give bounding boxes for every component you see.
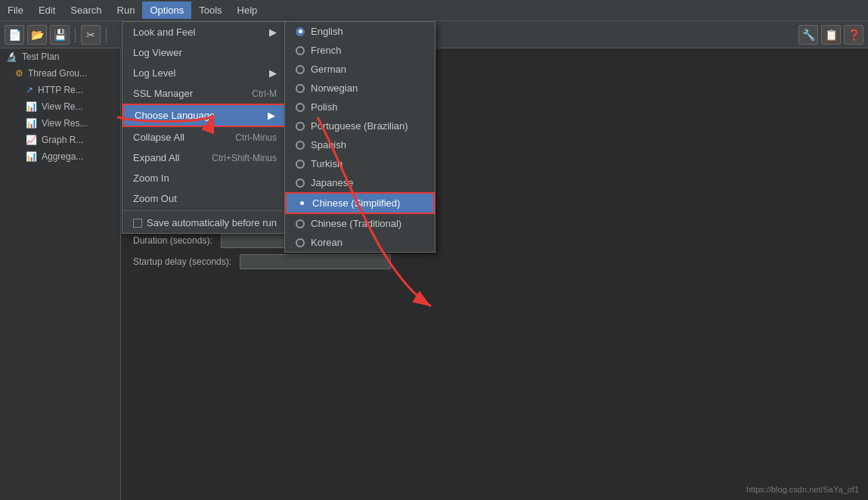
view-res2-icon: 📊 (26, 118, 37, 129)
duration-label: Duration (seconds): (133, 235, 212, 246)
save-auto-label: Save automatically before run (147, 217, 277, 228)
ssl-manager-label: SSL Manager (133, 88, 193, 99)
menu-tools[interactable]: Tools (191, 2, 229, 19)
menu-choose-language[interactable]: Choose Language ▶ (122, 104, 292, 127)
menubar: File Edit Search Run Options Tools Help (0, 0, 868, 21)
lang-japanese-label: Japanese (311, 177, 353, 188)
log-level-arrow: ▶ (269, 67, 277, 79)
lang-chinese-traditional-label: Chinese (Traditional) (311, 218, 401, 229)
lang-korean-label: Korean (311, 237, 343, 248)
sidebar-graph-r[interactable]: 📈 Graph R... (0, 132, 120, 148)
choose-language-arrow: ▶ (268, 110, 275, 121)
lang-norwegian[interactable]: Norwegian (285, 79, 435, 98)
toolbar-help[interactable]: ❓ (844, 25, 863, 45)
lang-chinese-simplified[interactable]: Chinese (Simplified) (285, 192, 435, 214)
watermark: https://blog.csdn.net/SaYa_of1 (746, 485, 859, 494)
toolbar-separator-1 (75, 27, 76, 42)
options-menu: Look and Feel ▶ Log Viewer Log Level ▶ S… (122, 21, 293, 234)
sidebar-thread-group[interactable]: ⚙ Thread Grou... (0, 65, 120, 82)
lang-turkish-label: Turkish (311, 158, 343, 169)
radio-japanese (296, 179, 305, 188)
collapse-all-label: Collapse All (133, 132, 184, 143)
lang-chinese-traditional[interactable]: Chinese (Traditional) (285, 214, 435, 233)
toolbar-cut[interactable]: ✂ (81, 25, 101, 45)
zoom-out-label: Zoom Out (133, 193, 177, 204)
lang-english-label: English (311, 26, 343, 37)
toolbar-open[interactable]: 📂 (27, 25, 47, 45)
log-viewer-label: Log Viewer (133, 47, 182, 58)
test-plan-icon: 🔬 (6, 51, 17, 62)
lang-turkish[interactable]: Turkish (285, 154, 435, 173)
menu-log-level[interactable]: Log Level ▶ (122, 63, 292, 83)
collapse-all-shortcut: Ctrl-Minus (235, 132, 277, 143)
menu-zoom-in[interactable]: Zoom In (122, 168, 292, 188)
lang-portuguese-label: Portuguese (Brazilian) (311, 120, 408, 132)
startup-input[interactable] (240, 254, 391, 269)
lang-portuguese[interactable]: Portuguese (Brazilian) (285, 116, 435, 135)
http-req-icon: ↗ (26, 85, 33, 95)
lang-polish-label: Polish (311, 101, 337, 113)
menu-edit[interactable]: Edit (31, 2, 63, 19)
menu-save-auto[interactable]: Save automatically before run (122, 213, 292, 233)
menu-file[interactable]: File (0, 2, 31, 19)
sidebar-http-req[interactable]: ↗ HTTP Re... (0, 82, 120, 98)
duration-row: Duration (seconds): (133, 233, 856, 248)
startup-label: Startup delay (seconds): (133, 256, 231, 267)
toolbar-icon1[interactable]: 🔧 (798, 25, 818, 45)
lang-spanish[interactable]: Spanish (285, 135, 435, 154)
menu-ssl-manager[interactable]: SSL Manager Ctrl-M (122, 83, 292, 104)
toolbar-new[interactable]: 📄 (5, 25, 24, 45)
lang-norwegian-label: Norwegian (311, 82, 358, 94)
sidebar: 🔬 Test Plan ⚙ Thread Grou... ↗ HTTP Re..… (0, 48, 121, 500)
menu-log-viewer[interactable]: Log Viewer (122, 42, 292, 63)
sidebar-test-plan[interactable]: 🔬 Test Plan (0, 48, 120, 65)
lang-french-label: French (311, 45, 341, 56)
zoom-in-label: Zoom In (133, 172, 169, 184)
radio-english (296, 27, 305, 36)
radio-turkish (296, 160, 305, 169)
aggregate-icon: 📊 (26, 151, 37, 162)
radio-chinese-simplified (297, 199, 306, 208)
save-auto-checkbox[interactable] (133, 219, 142, 228)
graph-r-icon: 📈 (26, 135, 37, 145)
startup-row: Startup delay (seconds): (133, 254, 856, 269)
radio-norwegian (296, 84, 305, 93)
toolbar-icon2[interactable]: 📋 (821, 25, 841, 45)
view-res1-icon: 📊 (26, 101, 37, 112)
lang-english[interactable]: English (285, 22, 435, 41)
menu-collapse-all[interactable]: Collapse All Ctrl-Minus (122, 127, 292, 148)
radio-polish (296, 103, 305, 112)
radio-korean (296, 238, 305, 247)
choose-language-label: Choose Language (135, 110, 215, 121)
language-submenu: English French German Norwegian Polish P… (284, 21, 436, 253)
lang-french[interactable]: French (285, 41, 435, 60)
menu-look-feel[interactable]: Look and Feel ▶ (122, 22, 292, 42)
sidebar-aggregate[interactable]: 📊 Aggrega... (0, 148, 120, 165)
radio-spanish (296, 141, 305, 150)
menu-options[interactable]: Options (142, 2, 191, 19)
toolbar-save[interactable]: 💾 (50, 25, 70, 45)
lang-chinese-simplified-label: Chinese (Simplified) (312, 197, 400, 209)
sidebar-view-res1[interactable]: 📊 View Re... (0, 98, 120, 115)
lang-korean[interactable]: Korean (285, 233, 435, 252)
menu-search[interactable]: Search (63, 2, 109, 19)
menu-sep (122, 210, 292, 211)
look-feel-label: Look and Feel (133, 26, 195, 38)
radio-portuguese (296, 122, 305, 131)
menu-zoom-out[interactable]: Zoom Out (122, 188, 292, 209)
thread-group-icon: ⚙ (15, 68, 23, 79)
lang-spanish-label: Spanish (311, 139, 346, 151)
sidebar-view-res2[interactable]: 📊 View Res... (0, 115, 120, 132)
lang-polish[interactable]: Polish (285, 98, 435, 116)
radio-french (296, 46, 305, 55)
menu-expand-all[interactable]: Expand All Ctrl+Shift-Minus (122, 148, 292, 168)
log-level-label: Log Level (133, 67, 175, 79)
ssl-manager-shortcut: Ctrl-M (252, 89, 277, 99)
lang-german[interactable]: German (285, 60, 435, 79)
menu-help[interactable]: Help (230, 2, 265, 19)
menu-run[interactable]: Run (110, 2, 143, 19)
expand-all-shortcut: Ctrl+Shift-Minus (212, 153, 277, 163)
radio-chinese-traditional (296, 219, 305, 228)
toolbar-separator-2 (106, 27, 107, 42)
lang-japanese[interactable]: Japanese (285, 173, 435, 192)
